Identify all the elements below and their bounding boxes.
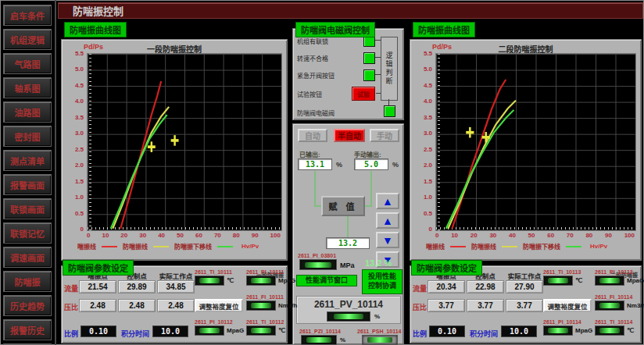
- margin-reset-button[interactable]: 调整裕度复位: [543, 299, 592, 312]
- condition-label: 紧急开阀按钮: [297, 71, 335, 80]
- margin-reset-button[interactable]: 调整裕度复位: [195, 299, 243, 312]
- sidebar-item-3[interactable]: 气路图: [3, 53, 52, 74]
- decrease-arrow-button[interactable]: ▼: [376, 232, 399, 248]
- anti-surge-line: [113, 107, 169, 229]
- instrument-unit: Nm3/h: [627, 302, 644, 309]
- sidebar-item-4[interactable]: 轴系图: [3, 77, 52, 98]
- x-tick: 30: [139, 232, 146, 239]
- param-value-cell: 3.77: [506, 299, 543, 312]
- connector-line: [376, 93, 381, 94]
- page-title-bar: 防喘振控制: [58, 2, 643, 19]
- anti-surge-control-screen: 启车条件机组逻辑气路图轴系图油路图密封图测点清单报警画面联锁画面联锁记忆调速画面…: [0, 0, 644, 345]
- manual-output-field[interactable]: 5.0: [354, 158, 388, 170]
- param-value-cell: 20.34: [428, 280, 465, 293]
- integral-value-box[interactable]: 10.0: [501, 325, 537, 337]
- setpoint-field[interactable]: 13.2: [326, 237, 370, 249]
- x-tick: 40: [158, 232, 165, 239]
- instrument-tag: 2611_TI_10114: [595, 319, 632, 325]
- performance-window-button[interactable]: 性能调节窗口: [296, 275, 357, 286]
- enable-performance-button[interactable]: 投用性能 控制协调: [362, 269, 402, 294]
- legend-label: 防喘振下移线: [523, 242, 560, 251]
- led-value-smear: [251, 278, 271, 283]
- sidebar-item-14[interactable]: 报警历史: [3, 319, 52, 340]
- sidebar-item-8[interactable]: 报警画面: [3, 174, 52, 195]
- gain-value-box[interactable]: 0.10: [80, 325, 116, 337]
- led-value-smear: [251, 328, 271, 333]
- pv-display-box: 2611_PV_10114 %: [296, 296, 401, 324]
- condition-label: 转速不合格: [297, 54, 328, 62]
- enable-performance-line1: 投用性能: [368, 272, 396, 282]
- mode-button-2[interactable]: 半自动: [334, 129, 365, 142]
- increase-arrow-button[interactable]: ▲: [376, 193, 399, 209]
- instrument-tag: 2611_PI_10111: [246, 269, 284, 275]
- led-value-smear: [199, 278, 220, 283]
- y-tick: 3.5: [75, 114, 84, 121]
- increase-arrow-button[interactable]: ▲: [376, 212, 399, 229]
- instrument-value-display: [246, 276, 276, 286]
- y-tick: 5.0: [75, 66, 84, 73]
- x-tick: 100: [624, 232, 635, 239]
- mode-button-1[interactable]: 自动: [298, 129, 327, 142]
- x-tick: 80: [233, 232, 240, 239]
- led-value-smear: [367, 337, 392, 343]
- column-header: 实际工作点: [506, 271, 543, 280]
- instrument-value-display: [195, 325, 224, 336]
- instrument-value-display: [595, 301, 624, 311]
- integral-value-box[interactable]: 10.0: [152, 325, 188, 337]
- sidebar-item-12[interactable]: 防喘振: [3, 271, 52, 292]
- percent-readout: 13.2 %: [365, 258, 392, 268]
- instrument-unit: ℃: [278, 327, 285, 334]
- logic-judge-box: 逻辑判断: [381, 37, 398, 101]
- integral-label: 积分时间: [121, 329, 149, 339]
- sidebar-item-2[interactable]: 机组逻辑: [3, 29, 52, 50]
- solenoid-condition-row: 转速不合格: [297, 52, 375, 64]
- y-tick: 4.0: [75, 98, 84, 105]
- y-tick: 0: [80, 226, 84, 233]
- mode-button-3[interactable]: 手动: [370, 129, 399, 142]
- output-value-field[interactable]: 13.1: [298, 158, 332, 170]
- solenoid-valve-indicator: [384, 105, 395, 117]
- y-tick: 0: [429, 226, 432, 233]
- legend-swatch: [102, 246, 117, 247]
- sidebar-item-1[interactable]: 启车条件: [3, 5, 52, 26]
- sidebar-item-10[interactable]: 联锁记忆: [3, 222, 52, 244]
- row-label: 流量: [64, 283, 78, 293]
- pzi-tag-label: 2611_PZI_10114: [299, 329, 341, 334]
- legend-label: 防喘振下移线: [174, 242, 212, 251]
- gain-value-box[interactable]: 0.10: [429, 325, 465, 337]
- instrument-value-display: [595, 276, 624, 286]
- instrument-unit: MpaG: [627, 277, 644, 284]
- led-value-smear: [599, 303, 620, 308]
- sidebar-item-5[interactable]: 油路图: [3, 101, 52, 123]
- solenoid-panel: 逻辑判断 防喘阀电磁阀 机组有联锁转速不合格紧急开阀按钮试验按钮试验: [292, 28, 404, 120]
- condition-ok-indicator: [363, 69, 375, 81]
- instrument-tag: 2611_TI_10111: [195, 269, 232, 275]
- sidebar-item-11[interactable]: 调速画面: [3, 247, 52, 268]
- condition-label: 机组有联锁: [297, 37, 328, 45]
- sidebar-item-6[interactable]: 密封图: [3, 126, 52, 147]
- y-tick: 4.5: [75, 82, 84, 89]
- surge-curves: [436, 54, 635, 230]
- assign-value-button[interactable]: 赋 值: [321, 196, 365, 216]
- legend-label: 防喘振线: [123, 242, 148, 251]
- x-axis-unit: Hv/Pv: [242, 243, 259, 250]
- chart2-tab-label: 防喘振曲线图: [413, 22, 475, 37]
- sidebar-item-7[interactable]: 测点清单: [3, 150, 52, 171]
- x-tick: 90: [252, 232, 259, 239]
- y-tick: 5.5: [424, 50, 432, 57]
- solenoid-tab-label: 防喘阀电磁阀控制: [295, 22, 375, 37]
- y-tick: 1.0: [424, 194, 432, 201]
- x-axis-ticks: 0102030405060708090100: [435, 232, 635, 239]
- x-axis-ticks: 0102030405060708090100: [87, 232, 281, 239]
- condition-label: 试验按钮: [297, 90, 322, 98]
- sidebar-item-13[interactable]: 历史趋势: [3, 295, 52, 316]
- y-tick: 3.0: [75, 130, 84, 137]
- param-value-cell: 2.48: [118, 299, 156, 312]
- pv-tag-label: 2611_PV_10114: [297, 299, 400, 310]
- sidebar-item-9[interactable]: 联锁画面: [3, 198, 52, 219]
- manual-output-label: 手动输出:: [354, 150, 381, 158]
- test-alarm-button[interactable]: 试验: [352, 87, 375, 101]
- pi-value-display: [299, 259, 337, 270]
- signal-line: [314, 171, 316, 206]
- x-tick: 20: [470, 232, 478, 239]
